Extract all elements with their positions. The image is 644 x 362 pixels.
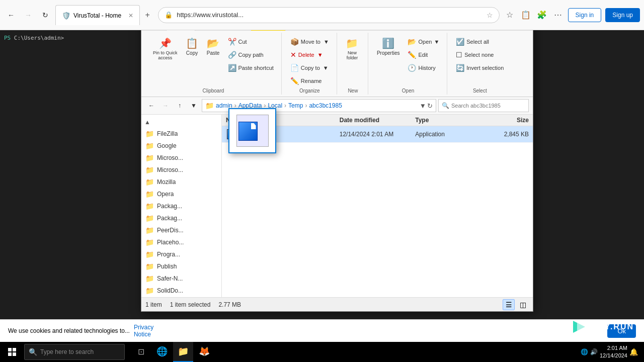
properties-icon: ℹ️ bbox=[382, 37, 394, 49]
paste-button[interactable]: 📂 Paste bbox=[203, 35, 223, 58]
file-item-size: 2,845 KB bbox=[491, 131, 529, 138]
scroll-up-arrow[interactable]: ▲ bbox=[143, 118, 151, 127]
copy-large-button[interactable]: 📋 Copy bbox=[182, 35, 202, 58]
sidebar-label-publish: Publish bbox=[157, 263, 177, 270]
organize-buttons: 📦 Move to ▼ ✕ Delete ▼ 📄 Copy to ▼ bbox=[287, 33, 333, 87]
paste-shortcut-button[interactable]: ↗️ Paste shortcut bbox=[224, 62, 277, 74]
taskbar-explorer[interactable]: 📁 bbox=[173, 342, 193, 362]
browser-url-bar[interactable]: 🔒 https://www.virustotal... ☆ bbox=[158, 7, 499, 23]
col-header-type[interactable]: Type bbox=[415, 117, 491, 124]
favorites-icon[interactable]: ☆ bbox=[503, 8, 517, 22]
open-arrow: ▼ bbox=[434, 39, 439, 45]
cut-button[interactable]: ✂️ Cut bbox=[224, 36, 277, 48]
sidebar-label-microsoft2: Microso... bbox=[157, 166, 183, 173]
sidebar-item-package1[interactable]: 📁 Packag... bbox=[141, 200, 221, 212]
pin-to-quick-button[interactable]: 📌 Pin to Quickaccess bbox=[149, 35, 181, 63]
sidebar-item-microsoft1[interactable]: 📁 Microso... bbox=[141, 152, 221, 164]
notification-icon[interactable]: 🔔 bbox=[629, 348, 638, 356]
nav-back-button[interactable]: ← bbox=[145, 100, 157, 112]
sidebar-item-program[interactable]: 📁 Progra... bbox=[141, 248, 221, 260]
invert-selection-button[interactable]: 🔄 Invert selection bbox=[452, 62, 507, 74]
copy-path-button[interactable]: 🔗 Copy path bbox=[224, 49, 277, 61]
delete-button[interactable]: ✕ Delete ▼ bbox=[287, 49, 333, 61]
breadcrumb-temp[interactable]: Temp bbox=[287, 102, 304, 109]
sidebar-item-filezilla[interactable]: 📁 FileZilla bbox=[141, 128, 221, 140]
move-to-icon: 📦 bbox=[290, 38, 299, 46]
address-refresh-button[interactable]: ↻ bbox=[427, 102, 433, 110]
details-view-button[interactable]: ☰ bbox=[503, 299, 515, 310]
sidebar-item-opera[interactable]: 📁 Opera bbox=[141, 188, 221, 200]
col-header-date[interactable]: Date modified bbox=[340, 117, 416, 124]
move-to-button[interactable]: 📦 Move to ▼ bbox=[287, 36, 333, 48]
copy-to-button[interactable]: 📄 Copy to ▼ bbox=[287, 62, 333, 74]
extensions-icon[interactable]: 🧩 bbox=[535, 8, 549, 22]
privacy-notice-link[interactable]: PrivacyNotice bbox=[134, 324, 153, 338]
browser-tab-close[interactable]: ✕ bbox=[128, 12, 133, 19]
taskbar-clock[interactable]: 2:01 AM 12/14/2024 bbox=[600, 344, 627, 360]
new-folder-button[interactable]: 📁 Newfolder bbox=[342, 35, 362, 63]
address-bar-dropdown[interactable]: ▼ bbox=[420, 102, 426, 110]
auth-buttons: Sign in Sign up bbox=[568, 8, 640, 22]
history-button[interactable]: 🕐 History bbox=[404, 62, 443, 74]
large-icons-button[interactable]: ◫ bbox=[517, 299, 529, 310]
address-bar: ← → ↑ ▼ 📁 admin › AppData › Local › Temp… bbox=[141, 97, 533, 115]
open-label: Open bbox=[418, 39, 432, 45]
collections-icon[interactable]: 📋 bbox=[519, 8, 533, 22]
sidebar-label-package1: Packag... bbox=[157, 203, 182, 210]
file-sidebar: ▲ 📁 FileZilla 📁 Google 📁 Microso... 📁 Mi… bbox=[141, 115, 222, 297]
browser-forward-button[interactable]: → bbox=[21, 8, 35, 22]
copy-icon: 📋 bbox=[186, 37, 198, 49]
sidebar-item-placeholder[interactable]: 📁 Placeho... bbox=[141, 236, 221, 248]
sidebar-label-mozilla: Mozilla bbox=[157, 178, 176, 186]
select-all-button[interactable]: ☑️ Select all bbox=[452, 36, 507, 48]
select-small-buttons: ☑️ Select all ☐ Select none 🔄 Invert sel… bbox=[452, 35, 507, 74]
copy-to-icon: 📄 bbox=[290, 64, 299, 72]
taskbar-system-icons: 🌐 🔊 bbox=[581, 348, 598, 355]
taskbar-firefox[interactable]: 🦊 bbox=[194, 342, 214, 362]
sidebar-item-mozilla[interactable]: 📁 Mozilla bbox=[141, 176, 221, 188]
properties-button[interactable]: ℹ️ Properties bbox=[373, 35, 404, 58]
sidebar-item-microsoft2[interactable]: 📁 Microso... bbox=[141, 164, 221, 176]
browser-tabs: 🛡️ VirusTotal - Home ✕ + bbox=[55, 5, 155, 25]
settings-icon[interactable]: ⋯ bbox=[551, 8, 565, 22]
breadcrumb-folder-icon: 📁 bbox=[205, 102, 214, 110]
recent-locations-button[interactable]: ▼ bbox=[188, 100, 200, 112]
edit-button[interactable]: ✏️ Edit bbox=[404, 49, 443, 61]
sidebar-item-publish[interactable]: 📁 Publish bbox=[141, 260, 221, 273]
col-header-size[interactable]: Size bbox=[491, 117, 529, 124]
sidebar-item-safer-n[interactable]: 📁 Safer-N... bbox=[141, 273, 221, 285]
cookie-notice: We use cookies and related technologies … bbox=[0, 319, 644, 342]
anyrun-text: ANY.RUN bbox=[591, 322, 634, 331]
search-input[interactable] bbox=[451, 103, 525, 109]
volume-icon[interactable]: 🔊 bbox=[590, 348, 598, 355]
browser-back-button[interactable]: ← bbox=[4, 8, 18, 22]
url-star-icon[interactable]: ☆ bbox=[487, 11, 493, 19]
sidebar-item-package2[interactable]: 📁 Packag... bbox=[141, 212, 221, 224]
ribbon-group-clipboard: 📌 Pin to Quickaccess 📋 Copy 📂 Paste bbox=[145, 33, 282, 95]
clipboard-group-label: Clipboard bbox=[149, 87, 277, 95]
taskbar-search[interactable]: 🔍 Type here to search bbox=[24, 344, 125, 360]
new-tab-button[interactable]: + bbox=[140, 5, 155, 25]
network-icon[interactable]: 🌐 bbox=[581, 348, 588, 355]
browser-refresh-button[interactable]: ↻ bbox=[38, 8, 52, 22]
sign-in-button[interactable]: Sign in bbox=[568, 8, 602, 22]
open-button[interactable]: 📂 Open ▼ bbox=[404, 36, 443, 48]
history-icon: 🕐 bbox=[408, 64, 416, 72]
delete-arrow: ▼ bbox=[317, 52, 323, 58]
taskbar-taskview[interactable]: ⊡ bbox=[131, 342, 151, 362]
nav-forward-button[interactable]: → bbox=[159, 100, 172, 112]
nav-up-button[interactable]: ↑ bbox=[174, 100, 186, 112]
browser-tab-virustotal[interactable]: 🛡️ VirusTotal - Home ✕ bbox=[55, 5, 140, 25]
sidebar-item-peerdis[interactable]: 📁 PeerDis... bbox=[141, 224, 221, 236]
sidebar-label-placeholder: Placeho... bbox=[157, 239, 184, 246]
breadcrumb-abc3bc1985[interactable]: abc3bc1985 bbox=[308, 102, 343, 109]
start-button[interactable] bbox=[2, 342, 22, 362]
taskbar-edge[interactable]: 🌐 bbox=[152, 342, 172, 362]
rename-button[interactable]: ✏️ Rename bbox=[287, 75, 333, 87]
sidebar-item-soliddoc[interactable]: 📁 SolidDo... bbox=[141, 285, 221, 297]
sign-up-button[interactable]: Sign up bbox=[605, 8, 640, 22]
search-box: 🔍 bbox=[438, 99, 529, 112]
ribbon-content: 📌 Pin to Quickaccess 📋 Copy 📂 Paste bbox=[141, 31, 533, 97]
select-none-button[interactable]: ☐ Select none bbox=[452, 49, 507, 61]
sidebar-item-google[interactable]: 📁 Google bbox=[141, 140, 221, 152]
